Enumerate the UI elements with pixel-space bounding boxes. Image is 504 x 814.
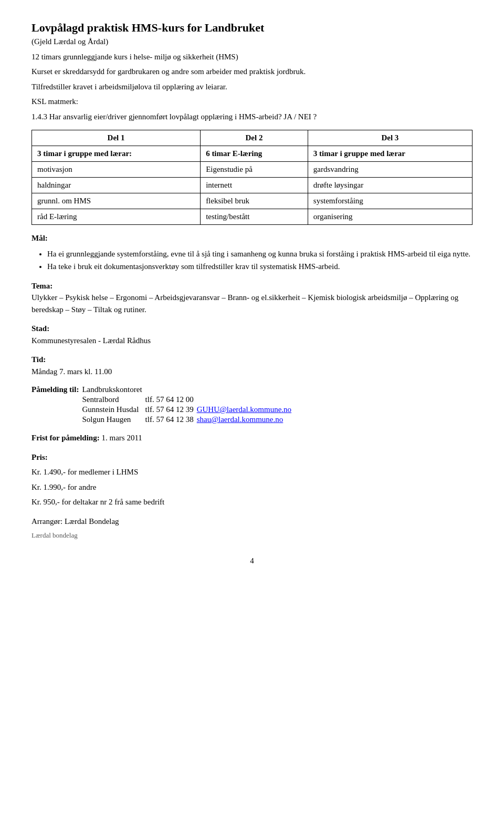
table-cell: haldningar	[32, 178, 201, 193]
table-cell: 3 timar i gruppe med lærar	[308, 146, 472, 162]
mål-section: Mål: Ha ei grunnleggjande systemforståin…	[32, 232, 472, 273]
email-link[interactable]: shau@laerdal.kommune.no	[197, 415, 284, 424]
subtitle: (Gjeld Lærdal og Årdal)	[32, 36, 472, 48]
list-item: Solgun Haugentlf. 57 64 12 38shau@laerda…	[32, 415, 295, 425]
table-cell: internett	[201, 178, 308, 193]
påmelding-email	[197, 385, 295, 395]
påmelding-phone: tlf. 57 64 12 38	[145, 415, 197, 425]
stad-section: Stad: Kommunestyresalen - Lærdal Rådhus	[32, 323, 472, 346]
tema-section: Tema:Ulykker – Psykisk helse – Ergonomi …	[32, 280, 472, 316]
col-header-1: Del 1	[32, 130, 201, 146]
påmelding-email[interactable]: GUHU@laerdal.kommune.no	[197, 405, 295, 415]
påmelding-name: Solgun Haugen	[82, 415, 145, 425]
email-link[interactable]: GUHU@laerdal.kommune.no	[197, 405, 291, 414]
påmelding-section: Påmelding til:LandbrukskontoretSentralbo…	[32, 385, 472, 425]
påmelding-phone: tlf. 57 64 12 00	[145, 395, 197, 405]
frist-heading: Frist for påmelding:	[32, 434, 100, 442]
påmelding-label: Påmelding til:	[32, 385, 82, 395]
table-cell: 6 timar E-læring	[201, 146, 308, 162]
table-cell: grunnl. om HMS	[32, 193, 201, 209]
påmelding-name: Sentralbord	[82, 395, 145, 405]
påmelding-label-empty	[32, 395, 82, 405]
table-cell: systemforståing	[308, 193, 472, 209]
mål-bullet: Ha teke i bruk eit dokumentasjonsverktøy…	[47, 260, 472, 273]
table-cell: gardsvandring	[308, 162, 472, 178]
list-item: Gunnstein Husdaltlf. 57 64 12 39GUHU@lae…	[32, 405, 295, 415]
arrangør-section: Arrangør: Lærdal Bondelag Lærdal bondela…	[32, 516, 472, 541]
table-cell: Eigenstudie på	[201, 162, 308, 178]
pris-section: Pris: Kr. 1.490,- for medlemer i LHMSKr.…	[32, 451, 472, 508]
table-cell: drøfte løysingar	[308, 178, 472, 193]
stad-text: Kommunestyresalen - Lærdal Rådhus	[32, 336, 151, 345]
intro-line-2: Kurset er skreddarsydd for gardbrukaren …	[32, 66, 472, 78]
påmelding-email[interactable]: shau@laerdal.kommune.no	[197, 415, 295, 425]
påmelding-name: Landbrukskontoret	[82, 385, 145, 395]
table-cell: organisering	[308, 209, 472, 225]
document-container: Lovpålagd praktisk HMS-kurs for Landbruk…	[32, 21, 472, 565]
arrangør-text: Arrangør: Lærdal Bondelag	[32, 516, 472, 528]
tema-heading: Tema:	[32, 282, 52, 290]
intro-line-3: Tilfredstiller kravet i arbeidsmiljølova…	[32, 81, 472, 93]
mål-heading: Mål:	[32, 232, 472, 244]
page-number: 4	[32, 557, 472, 565]
col-header-3: Del 3	[308, 130, 472, 146]
intro-line-1: 12 timars grunnleggjande kurs i helse- m…	[32, 51, 472, 63]
table-cell: motivasjon	[32, 162, 201, 178]
arrangør-footer: Lærdal bondelag	[32, 530, 472, 541]
påmelding-name: Gunnstein Husdal	[82, 405, 145, 415]
col-header-2: Del 2	[201, 130, 308, 146]
pris-line: Kr. 1.990,- for andre	[32, 481, 472, 493]
påmelding-label-empty	[32, 415, 82, 425]
påmelding-phone: tlf. 57 64 12 39	[145, 405, 197, 415]
intro-line-4: KSL matmerk:	[32, 96, 472, 108]
table-cell: 3 timar i gruppe med lærar:	[32, 146, 201, 162]
list-item: Sentralbordtlf. 57 64 12 00	[32, 395, 295, 405]
tema-text: Ulykker – Psykisk helse – Ergonomi – Arb…	[32, 293, 458, 314]
intro-line-5: 1.4.3 Har ansvarlig eier/driver gjennomf…	[32, 111, 472, 123]
table-cell: råd E-læring	[32, 209, 201, 225]
table-cell: testing/bestått	[201, 209, 308, 225]
list-item: Påmelding til:Landbrukskontoret	[32, 385, 295, 395]
table-cell: fleksibel bruk	[201, 193, 308, 209]
intro-block: 12 timars grunnleggjande kurs i helse- m…	[32, 51, 472, 123]
tid-text: Måndag 7. mars kl. 11.00	[32, 367, 112, 376]
påmelding-phone	[145, 385, 197, 395]
pris-line: Kr. 1.490,- for medlemer i LHMS	[32, 466, 472, 478]
main-title: Lovpålagd praktisk HMS-kurs for Landbruk…	[32, 21, 472, 35]
påmelding-label-empty	[32, 405, 82, 415]
course-table: Del 1 Del 2 Del 3 3 timar i gruppe med l…	[32, 130, 472, 225]
tid-section: Tid: Måndag 7. mars kl. 11.00	[32, 354, 472, 377]
frist-section: Frist for påmelding: 1. mars 2011	[32, 432, 472, 444]
frist-text: 1. mars 2011	[101, 434, 142, 442]
stad-heading: Stad:	[32, 324, 49, 333]
tid-heading: Tid:	[32, 355, 46, 364]
pris-line: Kr. 950,- for deltakar nr 2 frå same bed…	[32, 496, 472, 508]
påmelding-table: Påmelding til:LandbrukskontoretSentralbo…	[32, 385, 295, 425]
mål-list: Ha ei grunnleggjande systemforståing, ev…	[47, 248, 472, 273]
påmelding-email	[197, 395, 295, 405]
mål-bullet: Ha ei grunnleggjande systemforståing, ev…	[47, 248, 472, 260]
pris-heading: Pris:	[32, 451, 472, 463]
